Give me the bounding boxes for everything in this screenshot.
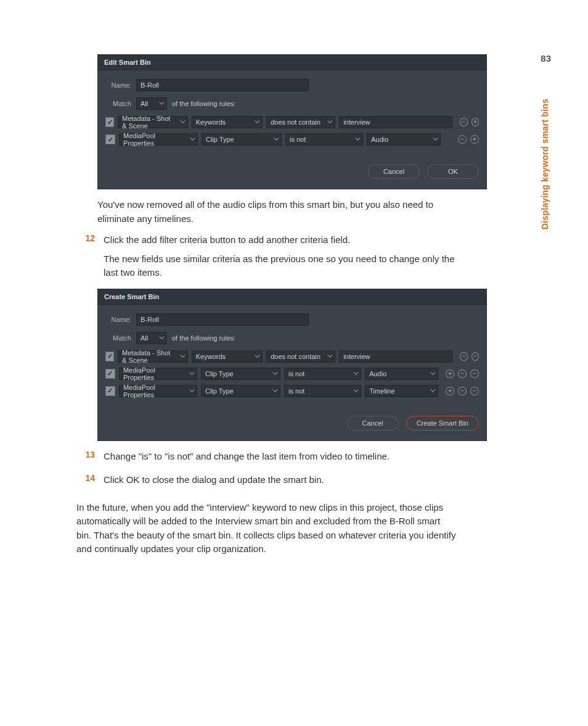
chevron-down-icon [255,352,259,357]
rule-category-select[interactable]: Metadata - Shot & Scene [118,350,188,363]
name-label: Name: [105,81,131,89]
rule-value-input[interactable] [339,350,452,363]
chevron-down-icon [430,369,435,374]
rule-row: ✓ MediaPool Properties Clip Type is not … [105,133,479,146]
remove-rule-button[interactable]: − [470,369,479,378]
rule-field-select[interactable]: Clip Type [201,385,280,397]
rule-operator-select[interactable]: is not [285,133,363,146]
rule-operator-select[interactable]: does not contain [266,350,335,363]
match-select[interactable]: All [136,97,167,110]
rule-category-select[interactable]: MediaPool Properties [119,133,198,146]
name-label: Name: [105,316,131,323]
rule-row: ✓ MediaPool Properties Clip Type is not … [105,385,479,397]
create-smart-bin-dialog: Create Smart Bin Name: Match All of the … [97,289,487,441]
step-text: The new fields use similar criteria as t… [104,252,456,280]
chevron-down-icon [274,135,279,140]
step-number: 12 [76,233,95,285]
add-rule-button[interactable]: + [446,369,454,378]
chevron-down-icon [189,387,194,392]
step-number: 14 [76,473,95,492]
rule-operator-select[interactable]: is not [284,368,361,380]
chevron-down-icon [355,135,360,140]
name-input[interactable] [136,79,309,91]
remove-rule-button[interactable]: − [458,135,467,144]
dialog-title: Edit Smart Bin [98,55,486,70]
chevron-down-icon [430,387,435,392]
rule-value-select[interactable]: Audio [367,133,441,146]
chevron-down-icon [159,99,164,104]
chevron-down-icon [327,118,332,123]
step-text: Click OK to close the dialog and update … [104,473,456,487]
ok-button[interactable]: OK [427,164,479,179]
remove-rule-button[interactable]: − [460,118,467,126]
rule-value-input[interactable] [339,116,452,128]
rule-operator-select[interactable]: does not contain [266,116,335,128]
cancel-button[interactable]: Cancel [347,416,399,431]
rule-category-select[interactable]: MediaPool Properties [119,368,197,380]
step-14: 14 Click OK to close the dialog and upda… [76,473,456,492]
chevron-down-icon [353,369,358,374]
chevron-down-icon [272,369,277,374]
step-12: 12 Click the add filter criteria button … [76,233,456,285]
page-number: 83 [541,53,551,64]
remove-rule-button[interactable]: − [470,387,479,395]
dialog-title: Create Smart Bin [98,289,486,305]
body-text: You've now removed all of the audio clip… [97,198,456,226]
match-suffix: of the following rules: [172,100,235,107]
remove-rule-button[interactable]: − [472,352,479,361]
chevron-down-icon [255,118,259,123]
chevron-down-icon [327,352,332,357]
rule-field-select[interactable]: Clip Type [201,368,280,380]
chevron-down-icon [159,334,164,339]
create-smart-bin-button[interactable]: Create Smart Bin [406,416,479,431]
chevron-down-icon [180,352,185,357]
closing-paragraph: In the future, when you add the "intervi… [76,501,456,556]
rule-checkbox[interactable]: ✓ [105,352,114,361]
chevron-down-icon [190,135,195,140]
rule-row: ✓ Metadata - Shot & Scene Keywords does … [105,350,479,363]
rule-checkbox[interactable]: ✓ [105,369,115,379]
rule-checkbox[interactable]: ✓ [105,117,114,127]
rule-category-select[interactable]: Metadata - Shot & Scene [118,116,188,128]
rule-checkbox[interactable]: ✓ [105,134,115,144]
side-section-label: Displaying keyword smart bins [540,99,550,229]
cancel-button[interactable]: Cancel [368,164,420,179]
edit-smart-bin-dialog: Edit Smart Bin Name: Match All of the fo… [97,54,487,189]
chevron-down-icon [189,369,194,374]
remove-rule-button[interactable]: − [458,369,467,378]
add-rule-button[interactable]: + [446,387,454,395]
chevron-down-icon [353,387,358,392]
chevron-down-icon [180,118,185,123]
rule-row: ✓ MediaPool Properties Clip Type is not … [105,368,479,380]
add-rule-button[interactable]: + [472,118,479,126]
name-input[interactable] [136,313,309,326]
rule-checkbox[interactable]: ✓ [105,386,115,396]
match-suffix: of the following rules: [172,334,235,342]
match-label: Match [96,100,131,107]
match-label: Match [96,334,131,342]
match-select[interactable]: All [136,332,167,344]
chevron-down-icon [272,387,277,392]
step-text: Click the add filter criteria button to … [104,233,456,247]
add-rule-button[interactable]: + [470,135,479,144]
step-number: 13 [76,450,95,469]
rule-field-select[interactable]: Keywords [192,116,263,128]
step-13: 13 Change "is" to "is not" and change th… [76,450,456,469]
rule-field-select[interactable]: Clip Type [202,133,282,146]
rule-field-select[interactable]: Keywords [192,350,263,363]
rule-category-select[interactable]: MediaPool Properties [119,385,197,397]
rule-value-select[interactable]: Timeline [365,385,438,397]
rule-row: ✓ Metadata - Shot & Scene Keywords does … [105,116,479,128]
rule-operator-select[interactable]: is not [284,385,361,397]
rule-value-select[interactable]: Audio [365,368,438,380]
chevron-down-icon [433,135,438,140]
step-text: Change "is" to "is not" and change the l… [104,450,456,464]
remove-rule-button[interactable]: − [458,387,467,395]
remove-rule-button[interactable]: − [460,352,467,361]
